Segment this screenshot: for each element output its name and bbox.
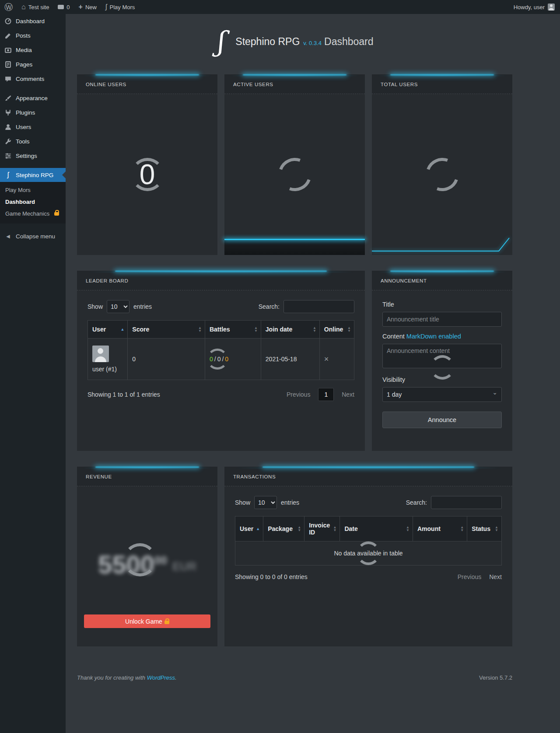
sidebar-label: Users	[16, 124, 31, 130]
announcement-content-textarea[interactable]	[382, 344, 502, 368]
card-title: ONLINE USERS	[77, 74, 217, 94]
sidebar-item-users[interactable]: Users	[0, 120, 66, 134]
transactions-search-input[interactable]	[431, 496, 502, 509]
submenu-item-game-mechanics[interactable]: Game Mechanics	[0, 208, 66, 220]
admin-bar-left: Ⓦ ⌂ Test site 0 + New ʃ Play Mors	[0, 0, 139, 14]
submenu-item-dashboard[interactable]: Dashboard	[0, 196, 66, 208]
active-users-body	[224, 94, 365, 255]
collapse-arrow-icon: ◀	[4, 234, 12, 239]
collapse-menu-button[interactable]: ◀ Collapse menu	[0, 230, 66, 243]
column-header-join-date[interactable]: Join date ▲▼	[261, 321, 319, 339]
sidebar-item-appearance[interactable]: Appearance	[0, 91, 66, 105]
stephino-icon: ʃ	[105, 3, 107, 10]
new-content-menu[interactable]: + New	[74, 0, 101, 14]
pagination: Previous 1 Next	[287, 388, 354, 401]
comments-shortcut[interactable]: 0	[53, 0, 74, 14]
announcement-card: ANNOUNCEMENT Title Content MarkDown enab…	[372, 271, 512, 451]
dashboard-grid: ONLINE USERS 0 ACTIVE USERS	[77, 74, 512, 646]
sidebar-item-dashboard[interactable]: Dashboard	[0, 14, 66, 28]
online-users-body: 0	[77, 94, 217, 255]
plugins-icon	[4, 109, 12, 116]
current-page-button[interactable]: 1	[318, 388, 334, 401]
sidebar-item-settings[interactable]: Settings	[0, 149, 66, 163]
sidebar-label: Tools	[16, 138, 30, 145]
sidebar-item-media[interactable]: Media	[0, 43, 66, 57]
leaderboard-card: LEADER BOARD Show 10 entries Search:	[77, 271, 365, 451]
empty-row: No data available in table	[235, 541, 502, 565]
transactions-card: TRANSACTIONS Show 10 entries Search:	[224, 467, 512, 646]
next-page-button[interactable]: Next	[342, 391, 354, 398]
next-page-button[interactable]: Next	[489, 573, 502, 580]
table-row: user (#1) 0 0/0/0 2021-05-18	[88, 339, 354, 380]
table-info: Showing 1 to 1 of 1 entries	[88, 391, 160, 398]
page-size-select[interactable]: 10	[254, 496, 277, 509]
main-content: ʃ Stephino RPGv. 0.3.4Dashboard ONLINE U…	[66, 0, 560, 681]
site-name: Test site	[28, 4, 49, 10]
menu-separator	[0, 86, 66, 91]
site-link[interactable]: ⌂ Test site	[17, 0, 53, 14]
sort-icon: ▲▼	[406, 526, 410, 532]
sort-icon: ▲▼	[254, 326, 258, 332]
announcement-title-input[interactable]	[382, 312, 502, 327]
total-users-stat	[372, 94, 512, 255]
column-header-score[interactable]: Score ▲▼	[128, 321, 205, 339]
transactions-table: User ▲ Package ▲▼ Invoice ID ▲▼	[235, 516, 502, 565]
table-info: Showing 0 to 0 of 0 entries	[235, 573, 308, 580]
column-header-date[interactable]: Date ▲▼	[340, 517, 413, 541]
page-size-select[interactable]: 10	[107, 300, 130, 313]
wordpress-menu[interactable]: Ⓦ	[0, 0, 17, 14]
sidebar-item-stephino-rpg[interactable]: ʃ Stephino RPG	[0, 168, 66, 182]
sidebar-item-pages[interactable]: Pages	[0, 57, 66, 72]
markdown-enabled-link[interactable]: MarkDown enabled	[406, 333, 461, 340]
leaderboard-table: User ▲ Score ▲▼ Battles ▲▼	[88, 320, 354, 380]
card-title: ACTIVE USERS	[224, 74, 365, 94]
column-header-status[interactable]: Status ▲▼	[467, 517, 502, 541]
transactions-footer: Showing 0 to 0 of 0 entries Previous Nex…	[235, 573, 502, 580]
column-header-amount[interactable]: Amount ▲▼	[413, 517, 467, 541]
column-header-invoice-id[interactable]: Invoice ID ▲▼	[304, 517, 340, 541]
users-icon	[4, 123, 12, 131]
new-label: New	[85, 4, 97, 10]
sidebar-label: Pages	[16, 61, 32, 68]
visibility-select-wrap: 1 day	[382, 387, 502, 402]
search-label: Search:	[406, 499, 427, 506]
leaderboard-footer: Showing 1 to 1 of 1 entries Previous 1 N…	[88, 388, 354, 401]
brand-name: Stephino RPG	[235, 36, 300, 47]
previous-page-button[interactable]: Previous	[458, 573, 481, 580]
search-label: Search:	[259, 303, 280, 310]
account-menu[interactable]: Howdy, user	[508, 3, 560, 10]
total-users-sparkline	[372, 237, 512, 255]
content-label: Content MarkDown enabled	[382, 333, 502, 340]
announcement-body: Title Content MarkDown enabled Visibilit…	[372, 290, 512, 451]
sidebar-item-tools[interactable]: Tools	[0, 134, 66, 149]
visibility-select[interactable]: 1 day	[382, 387, 502, 402]
offline-x-icon: ×	[324, 355, 329, 363]
sidebar-item-posts[interactable]: Posts	[0, 28, 66, 43]
sidebar-item-comments[interactable]: Comments	[0, 72, 66, 86]
leaderboard-search-input[interactable]	[284, 300, 354, 313]
play-mors-shortcut[interactable]: ʃ Play Mors	[101, 0, 139, 14]
loading-spinner	[420, 153, 464, 197]
total-users-body	[372, 94, 512, 255]
wordpress-link[interactable]: WordPress	[147, 674, 175, 681]
user-avatar	[548, 3, 555, 10]
stephino-icon: ʃ	[4, 171, 12, 178]
online-users-value: 0	[140, 158, 155, 191]
unlock-game-button[interactable]: Unlock Game	[84, 614, 210, 628]
card-title: LEADER BOARD	[77, 271, 365, 290]
submenu-item-play-mors[interactable]: Play Mors	[0, 184, 66, 196]
menu-separator	[0, 163, 66, 168]
column-header-user[interactable]: User ▲	[88, 321, 128, 339]
sidebar-label: Media	[16, 47, 32, 53]
previous-page-button[interactable]: Previous	[287, 391, 310, 398]
column-header-online[interactable]: Online ▲▼	[319, 321, 354, 339]
column-header-user[interactable]: User ▲	[235, 517, 263, 541]
column-header-package[interactable]: Package ▲▼	[263, 517, 304, 541]
sort-icon: ▲▼	[298, 526, 301, 532]
column-header-battles[interactable]: Battles ▲▼	[205, 321, 261, 339]
sidebar-item-plugins[interactable]: Plugins	[0, 105, 66, 120]
tools-icon	[4, 138, 12, 145]
submenu-label: Dashboard	[5, 199, 35, 205]
announce-button[interactable]: Announce	[382, 412, 502, 428]
online-status-cell: ×	[319, 339, 354, 380]
